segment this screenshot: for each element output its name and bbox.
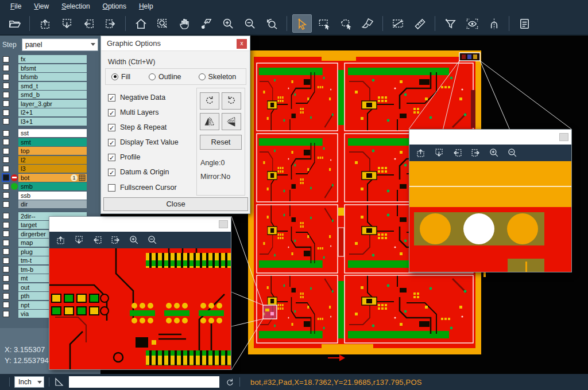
- layer-label[interactable]: l2: [18, 156, 87, 164]
- zoom-out-icon[interactable]: [507, 147, 518, 158]
- zoom-in-button[interactable]: [218, 14, 238, 33]
- layer-label[interactable]: smd_b: [18, 91, 87, 99]
- checkbox-display-text-value[interactable]: Display Text Value: [108, 138, 179, 146]
- layer-label[interactable]: sst: [18, 129, 87, 137]
- layer-checkbox[interactable]: [3, 56, 9, 63]
- layer-label[interactable]: smd_t: [18, 82, 87, 90]
- select-rect-button[interactable]: [314, 14, 334, 33]
- layer-checkbox[interactable]: [3, 74, 9, 80]
- reset-button[interactable]: Reset: [200, 135, 242, 150]
- layer-checkbox[interactable]: [3, 166, 9, 172]
- menu-selection[interactable]: Selection: [56, 1, 95, 11]
- layer-checkbox[interactable]: [3, 258, 9, 264]
- view-eye-button[interactable]: [462, 14, 482, 33]
- layer-checkbox[interactable]: [3, 240, 9, 246]
- radio-skeleton[interactable]: Skeleton: [199, 73, 237, 81]
- zoom-window-button[interactable]: [153, 14, 172, 33]
- report-button[interactable]: [514, 14, 534, 33]
- layer-checkbox[interactable]: [3, 139, 9, 145]
- select-poly-button[interactable]: [336, 14, 355, 33]
- zoom-in-icon[interactable]: [489, 147, 500, 158]
- zoom-out-icon[interactable]: [147, 235, 158, 245]
- layer-label[interactable]: dir: [18, 200, 87, 208]
- window-button[interactable]: [219, 220, 228, 228]
- zoom-drag-button[interactable]: [196, 14, 216, 33]
- layer-checkbox[interactable]: [3, 302, 9, 308]
- layer-label[interactable]: l3+1: [18, 118, 87, 126]
- layer-checkbox[interactable]: [3, 118, 9, 124]
- close-button[interactable]: Close: [103, 197, 248, 211]
- layer-checkbox[interactable]: [3, 184, 9, 190]
- pan-up-button[interactable]: [35, 14, 55, 33]
- brush-button[interactable]: [358, 14, 377, 33]
- layer-label[interactable]: top: [18, 147, 87, 155]
- checkbox-datum-origin[interactable]: Datum & Origin: [108, 168, 169, 176]
- refresh-icon[interactable]: [225, 377, 235, 387]
- command-input[interactable]: [69, 376, 219, 388]
- open-button[interactable]: [5, 14, 24, 33]
- rotate-cw-button[interactable]: [200, 92, 219, 110]
- checkbox-fullscreen-cursor[interactable]: Fullscreen Cursor: [108, 184, 177, 192]
- zoom-in-icon[interactable]: [129, 235, 140, 245]
- pan-hand-button[interactable]: [175, 14, 194, 33]
- window-title-bar[interactable]: [49, 217, 231, 232]
- step-select[interactable]: panel: [22, 38, 98, 51]
- checkbox-negative-data[interactable]: Negative Data: [108, 93, 165, 102]
- dialog-close-button[interactable]: x: [237, 39, 247, 49]
- pan-right-icon[interactable]: [110, 235, 121, 245]
- menu-view[interactable]: View: [28, 1, 55, 11]
- pan-left-button[interactable]: [79, 14, 98, 33]
- layer-checkbox[interactable]: [3, 65, 9, 71]
- layer-checkbox[interactable]: [3, 83, 9, 89]
- window-button[interactable]: [559, 133, 568, 141]
- layer-label[interactable]: l2+1: [18, 108, 87, 116]
- checkbox-profile[interactable]: Profile: [108, 153, 140, 161]
- layer-label[interactable]: ssb: [18, 192, 87, 200]
- rotate-ccw-button[interactable]: [222, 92, 241, 110]
- radio-outline[interactable]: Outline: [149, 73, 181, 81]
- layer-checkbox[interactable]: [3, 311, 9, 317]
- pan-up-icon[interactable]: [55, 235, 66, 245]
- layer-checkbox[interactable]: [3, 174, 9, 181]
- layer-checkbox[interactable]: [3, 222, 9, 228]
- zoom-view-left[interactable]: [49, 248, 231, 372]
- pan-right-button[interactable]: [100, 14, 120, 33]
- layer-checkbox[interactable]: [3, 293, 9, 299]
- layer-checkbox[interactable]: [3, 248, 9, 255]
- mirror-vertical-button[interactable]: [222, 113, 241, 130]
- layer-checkbox[interactable]: [3, 192, 9, 198]
- layer-checkbox[interactable]: [3, 284, 9, 290]
- menu-file[interactable]: File: [5, 1, 27, 11]
- checkbox-multi-layers[interactable]: Multi Layers: [108, 108, 158, 116]
- pan-down-icon[interactable]: [434, 147, 444, 158]
- layer-label[interactable]: bot 1: [18, 174, 87, 182]
- zoom-view-right[interactable]: [409, 161, 571, 274]
- filter-button[interactable]: [440, 14, 460, 33]
- layer-label[interactable]: bfsmt: [18, 64, 87, 72]
- layer-checkbox[interactable]: [3, 213, 9, 219]
- window-title-bar[interactable]: [409, 130, 571, 145]
- layer-checkbox[interactable]: [3, 157, 9, 163]
- layer-checkbox[interactable]: [3, 92, 9, 98]
- pan-up-icon[interactable]: [415, 147, 426, 158]
- layer-label[interactable]: layer_3.gbr: [18, 100, 87, 108]
- radio-fill[interactable]: Fill: [111, 73, 130, 81]
- layer-checkbox[interactable]: [3, 148, 9, 154]
- checkbox-step-repeat[interactable]: Step & Repeat: [108, 123, 167, 131]
- layer-checkbox[interactable]: [3, 266, 9, 272]
- trace-search-button[interactable]: [484, 14, 504, 33]
- layer-label[interactable]: l3: [18, 165, 87, 173]
- ruler-button[interactable]: [410, 14, 430, 33]
- measure-diagonal-button[interactable]: [388, 14, 408, 33]
- pan-left-icon[interactable]: [92, 235, 103, 245]
- layer-checkbox[interactable]: [3, 275, 9, 282]
- pan-down-icon[interactable]: [74, 235, 84, 245]
- pan-down-button[interactable]: [57, 14, 76, 33]
- layer-checkbox[interactable]: [3, 130, 9, 136]
- menu-help[interactable]: Help: [133, 1, 159, 11]
- select-cursor-button[interactable]: [292, 14, 312, 33]
- pan-right-icon[interactable]: [470, 147, 481, 158]
- pan-left-icon[interactable]: [452, 147, 463, 158]
- home-view-button[interactable]: [131, 14, 150, 33]
- layer-checkbox[interactable]: [3, 110, 9, 116]
